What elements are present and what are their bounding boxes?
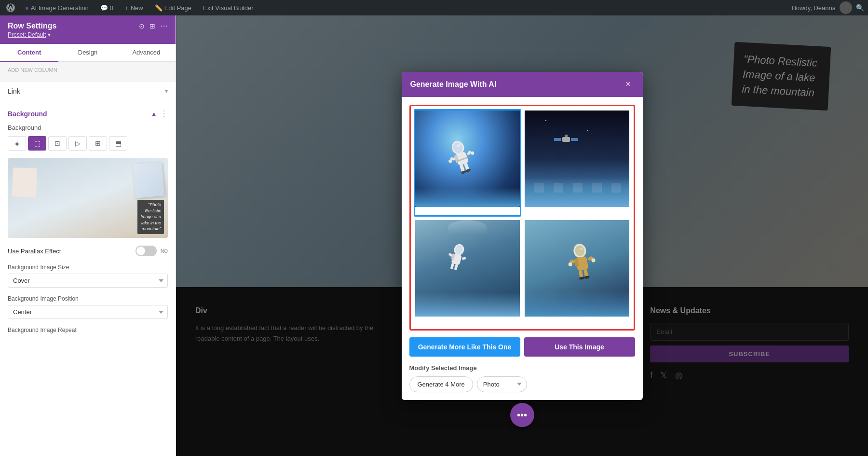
grid-image-2[interactable] bbox=[523, 109, 631, 217]
sidebar-panel: Row Settings ⊙ ⊞ ⋯ Preset: Default ▾ Con… bbox=[0, 15, 176, 456]
bg-size-label: Background Image Size bbox=[8, 264, 168, 271]
link-section[interactable]: Link ▾ bbox=[0, 82, 176, 101]
new-link[interactable]: + New bbox=[121, 4, 147, 12]
bg-size-select[interactable]: Cover Contain Auto bbox=[8, 274, 168, 288]
bg-thumbnail-card bbox=[133, 162, 164, 198]
avatar bbox=[840, 1, 852, 14]
svg-rect-18 bbox=[565, 135, 568, 137]
bg-position-select[interactable]: Center Top Bottom Left Right bbox=[8, 305, 168, 319]
style-select[interactable]: Photo Illustration Painting 3D bbox=[477, 376, 527, 392]
svg-rect-24 bbox=[462, 257, 466, 260]
wordpress-logo[interactable] bbox=[4, 0, 17, 15]
parallax-status: NO bbox=[161, 249, 168, 254]
bg-type-selector: ◈ ⬚ ⊡ ▷ ⊞ ⬒ bbox=[8, 136, 168, 151]
collapse-icon[interactable]: ▲ bbox=[150, 110, 157, 118]
ai-modal: Generate Image With AI × bbox=[402, 72, 643, 400]
modal-overlay[interactable]: Generate Image With AI × bbox=[176, 15, 868, 456]
bg-video-btn[interactable]: ▷ bbox=[68, 136, 87, 151]
astronaut-svg-1 bbox=[439, 134, 485, 183]
bg-repeat-label: Background Image Repeat bbox=[8, 327, 168, 333]
edit-page-link[interactable]: ✏️ Edit Page bbox=[151, 4, 195, 12]
ai-image-gen-link[interactable]: ● AI Image Generation bbox=[21, 4, 93, 12]
tab-design[interactable]: Design bbox=[58, 44, 117, 62]
satellite-svg bbox=[552, 127, 581, 152]
main-content-area: "Photo Reslistic Image of a lake in the … bbox=[176, 15, 868, 456]
svg-rect-37 bbox=[583, 269, 588, 277]
bg-thumbnail-card2 bbox=[12, 167, 37, 197]
astronaut-svg-4 bbox=[563, 239, 601, 287]
generate-more-button[interactable]: Generate More Like This One bbox=[409, 337, 520, 357]
background-section: Background ▲ ⋮ Background ◈ ⬚ ⊡ ▷ ⊞ ⬒ "P… bbox=[0, 101, 176, 349]
sidebar-header: Row Settings ⊙ ⊞ ⋯ Preset: Default ▾ bbox=[0, 15, 176, 44]
bg-repeat-row: Background Image Repeat bbox=[8, 327, 168, 333]
bg-preview-text: "PhotoReslisticImage of alake in themoun… bbox=[137, 200, 164, 234]
bg-mask-btn[interactable]: ⬒ bbox=[109, 136, 127, 151]
panel-title: Row Settings bbox=[8, 22, 56, 30]
astronaut-svg-3 bbox=[440, 239, 474, 278]
image-grid bbox=[409, 105, 635, 331]
bg-pattern-btn[interactable]: ⊞ bbox=[89, 136, 107, 151]
bg-position-label: Background Image Position bbox=[8, 295, 168, 302]
search-icon[interactable]: 🔍 bbox=[856, 4, 864, 12]
bg-gradient-btn[interactable]: ◈ bbox=[8, 136, 26, 151]
add-row-column: Add New Column bbox=[0, 62, 176, 82]
fab-button[interactable]: ••• bbox=[510, 403, 534, 427]
modal-actions: Generate More Like This One Use This Ima… bbox=[409, 337, 635, 357]
svg-rect-16 bbox=[554, 138, 561, 141]
preset-label[interactable]: Preset: Default ▾ bbox=[8, 31, 168, 38]
tab-advanced[interactable]: Advanced bbox=[117, 44, 176, 62]
generate4-button[interactable]: Generate 4 More bbox=[409, 376, 473, 392]
modify-label: Modify Selected Image bbox=[409, 364, 635, 372]
bg-type-label: Background bbox=[8, 124, 168, 131]
exit-builder-link[interactable]: Exit Visual Builder bbox=[199, 4, 258, 12]
howdy-text: Howdy, Deanna bbox=[791, 4, 836, 12]
admin-bar: ● AI Image Generation 💬 0 + New ✏️ Edit … bbox=[0, 0, 868, 15]
svg-rect-17 bbox=[571, 138, 578, 141]
tab-content[interactable]: Content bbox=[0, 44, 58, 62]
modal-header: Generate Image With AI × bbox=[402, 72, 643, 97]
settings-icon[interactable]: ⋮ bbox=[160, 109, 168, 118]
parallax-toggle[interactable] bbox=[136, 246, 157, 256]
modify-row: Generate 4 More Photo Illustration Paint… bbox=[409, 376, 635, 392]
svg-point-10 bbox=[470, 151, 475, 155]
chevron-down-icon: ▾ bbox=[165, 88, 168, 95]
svg-rect-15 bbox=[562, 137, 570, 142]
sidebar-tabs: Content Design Advanced bbox=[0, 44, 176, 62]
use-image-button[interactable]: Use This Image bbox=[524, 337, 635, 357]
grid-image-4[interactable] bbox=[523, 219, 631, 326]
bg-color-btn[interactable]: ⊡ bbox=[48, 136, 67, 151]
modal-close-button[interactable]: × bbox=[623, 79, 634, 90]
parallax-label: Use Parallax Effect bbox=[8, 248, 61, 255]
background-label: Background bbox=[8, 110, 47, 118]
more-icon[interactable]: ⋯ bbox=[160, 21, 168, 30]
bg-image-btn[interactable]: ⬚ bbox=[28, 136, 46, 151]
grid-image-3[interactable] bbox=[414, 219, 521, 326]
parallax-toggle-row: Use Parallax Effect NO bbox=[8, 246, 168, 256]
comments-link[interactable]: 💬 0 bbox=[96, 4, 117, 12]
bg-size-row: Background Image Size Cover Contain Auto bbox=[8, 264, 168, 288]
grid-image-1[interactable] bbox=[414, 109, 521, 217]
modal-body: Generate More Like This One Use This Ima… bbox=[402, 97, 643, 400]
svg-rect-36 bbox=[579, 270, 583, 278]
bg-preview: "PhotoReslisticImage of alake in themoun… bbox=[8, 158, 168, 238]
modal-title: Generate Image With AI bbox=[410, 80, 497, 89]
view-icon[interactable]: ⊙ bbox=[139, 22, 145, 30]
columns-icon[interactable]: ⊞ bbox=[149, 22, 155, 30]
bg-position-row: Background Image Position Center Top Bot… bbox=[8, 295, 168, 319]
